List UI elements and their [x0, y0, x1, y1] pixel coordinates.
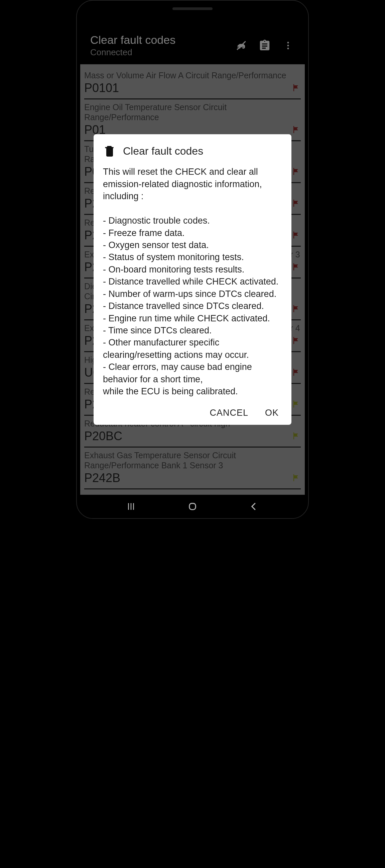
svg-point-3 — [287, 48, 289, 49]
home-button[interactable] — [186, 500, 199, 513]
svg-point-2 — [287, 45, 289, 46]
svg-rect-7 — [189, 503, 196, 510]
cancel-button[interactable]: CANCEL — [210, 408, 248, 418]
dialog-body: This will reset the CHECK and clear all … — [103, 166, 282, 397]
app-header: Clear fault codes Connected — [80, 27, 305, 64]
android-nav-bar — [80, 495, 305, 518]
recent-apps-button[interactable] — [124, 500, 138, 513]
page-title: Clear fault codes — [90, 33, 175, 46]
back-button[interactable] — [247, 500, 261, 513]
vehicle-icon[interactable] — [235, 39, 248, 52]
status-bar — [80, 13, 305, 27]
modal-overlay: Clear fault codes This will reset the CH… — [80, 64, 305, 495]
svg-point-1 — [287, 42, 289, 43]
menu-more-icon[interactable] — [281, 39, 295, 52]
screen: Clear fault codes Connected Mass or Volu… — [80, 13, 305, 518]
clipboard-icon[interactable] — [258, 39, 271, 52]
trash-icon — [103, 144, 116, 158]
clear-codes-dialog: Clear fault codes This will reset the CH… — [94, 134, 291, 425]
content-area: Mass or Volume Air Flow A Circuit Range/… — [80, 64, 305, 495]
speaker-grille — [172, 7, 213, 10]
phone-frame: Clear fault codes Connected Mass or Volu… — [76, 0, 309, 519]
ok-button[interactable]: OK — [265, 408, 279, 418]
connection-status: Connected — [90, 47, 175, 58]
dialog-title: Clear fault codes — [123, 145, 203, 157]
